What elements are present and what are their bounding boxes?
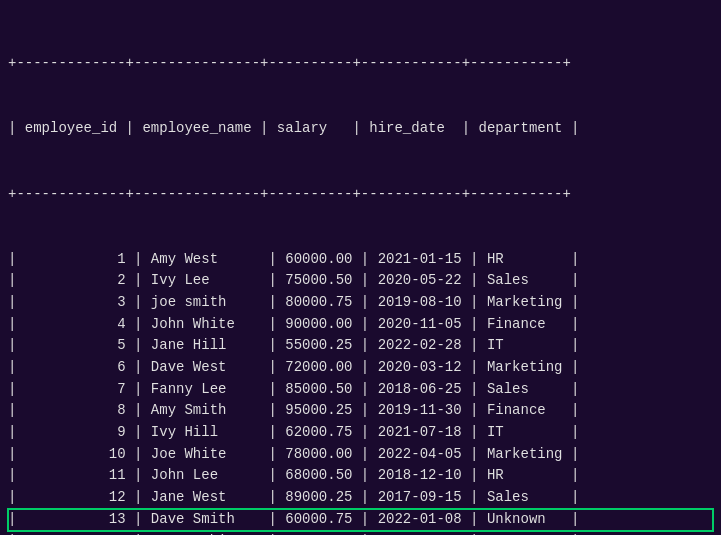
- table-header: | employee_id | employee_name | salary |…: [8, 118, 713, 140]
- table-row: | 1 | Amy West | 60000.00 | 2021-01-15 |…: [8, 249, 713, 271]
- table-row: | 5 | Jane Hill | 55000.25 | 2022-02-28 …: [8, 335, 713, 357]
- row-content: | 12 | Jane West | 89000.25 | 2017-09-15…: [8, 487, 579, 509]
- dash-line-top: +-------------+---------------+---------…: [8, 53, 571, 75]
- header-row: | employee_id | employee_name | salary |…: [8, 118, 579, 140]
- row-content: | 13 | Dave Smith | 60000.75 | 2022-01-0…: [8, 509, 579, 531]
- row-content: | 9 | Ivy Hill | 62000.75 | 2021-07-18 |…: [8, 422, 579, 444]
- row-content: | 4 | John White | 90000.00 | 2020-11-05…: [8, 314, 579, 336]
- row-content: | 5 | Jane Hill | 55000.25 | 2022-02-28 …: [8, 335, 579, 357]
- top-separator: +-------------+---------------+---------…: [8, 53, 713, 75]
- row-content: | 8 | Amy Smith | 95000.25 | 2019-11-30 …: [8, 400, 579, 422]
- row-content: | 6 | Dave West | 72000.00 | 2020-03-12 …: [8, 357, 579, 379]
- header-separator: +-------------+---------------+---------…: [8, 184, 713, 206]
- table-row: | 9 | Ivy Hill | 62000.75 | 2021-07-18 |…: [8, 422, 713, 444]
- table-row: | 14 | Fanny White | 72000.00 | 2019-04-…: [8, 531, 713, 536]
- table-row: | 7 | Fanny Lee | 85000.50 | 2018-06-25 …: [8, 379, 713, 401]
- row-content: | 14 | Fanny White | 72000.00 | 2019-04-…: [8, 531, 579, 536]
- row-content: | 7 | Fanny Lee | 85000.50 | 2018-06-25 …: [8, 379, 579, 401]
- table-row: | 12 | Jane West | 89000.25 | 2017-09-15…: [8, 487, 713, 509]
- row-content: | 10 | Joe White | 78000.00 | 2022-04-05…: [8, 444, 579, 466]
- row-content: | 3 | joe smith | 80000.75 | 2019-08-10 …: [8, 292, 579, 314]
- table-row: | 11 | John Lee | 68000.50 | 2018-12-10 …: [8, 465, 713, 487]
- table-row: | 4 | John White | 90000.00 | 2020-11-05…: [8, 314, 713, 336]
- table-row: | 2 | Ivy Lee | 75000.50 | 2020-05-22 | …: [8, 270, 713, 292]
- table-row: | 13 | Dave Smith | 60000.75 | 2022-01-0…: [8, 509, 713, 531]
- table-row: | 8 | Amy Smith | 95000.25 | 2019-11-30 …: [8, 400, 713, 422]
- row-content: | 1 | Amy West | 60000.00 | 2021-01-15 |…: [8, 249, 579, 271]
- table-row: | 6 | Dave West | 72000.00 | 2020-03-12 …: [8, 357, 713, 379]
- row-content: | 2 | Ivy Lee | 75000.50 | 2020-05-22 | …: [8, 270, 579, 292]
- row-content: | 11 | John Lee | 68000.50 | 2018-12-10 …: [8, 465, 579, 487]
- dash-line-header: +-------------+---------------+---------…: [8, 184, 571, 206]
- table-container: +-------------+---------------+---------…: [8, 10, 713, 535]
- table-row: | 3 | joe smith | 80000.75 | 2019-08-10 …: [8, 292, 713, 314]
- table-rows: | 1 | Amy West | 60000.00 | 2021-01-15 |…: [8, 249, 713, 535]
- table-row: | 10 | Joe White | 78000.00 | 2022-04-05…: [8, 444, 713, 466]
